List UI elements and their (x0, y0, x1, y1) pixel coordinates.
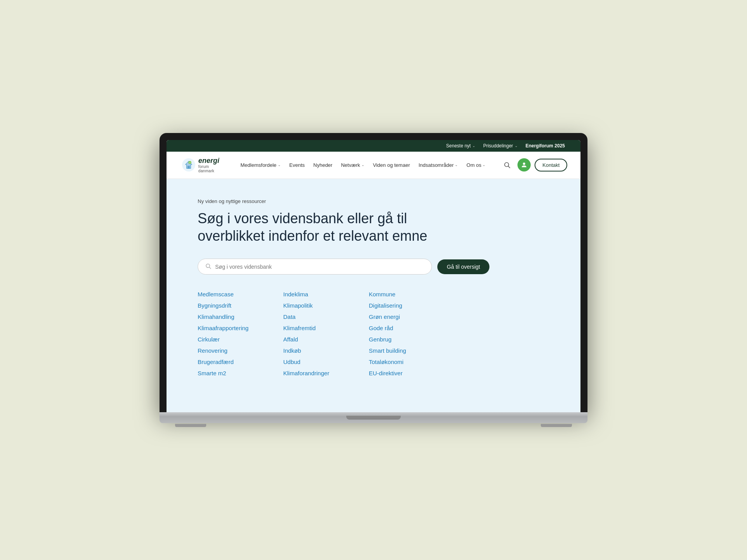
tag-gode-raad[interactable]: Gode råd (369, 322, 454, 334)
chevron-icon: ⌄ (472, 144, 475, 148)
laptop-foot-left (175, 424, 206, 427)
navbar: + energi forum danmark Medlemsfordele ⌄ … (167, 152, 580, 179)
nav-viden[interactable]: Viden og temaer (370, 160, 413, 170)
tag-udbud[interactable]: Udbud (283, 356, 369, 368)
tag-col-1: Medlemscase Bygningsdrift Klimahandling … (198, 289, 283, 379)
nav-omos[interactable]: Om os ⌄ (463, 160, 489, 170)
main-heading: Søg i vores vidensbank eller gå til over… (198, 210, 431, 245)
nav-actions: Kontakt (500, 158, 567, 172)
svg-point-6 (523, 163, 525, 165)
subtitle: Ny viden og nyttige ressourcer (198, 198, 549, 204)
tag-gron-energi[interactable]: Grøn energi (369, 311, 454, 322)
search-input[interactable] (215, 264, 424, 270)
logo-sub-text: forum danmark (198, 164, 222, 173)
svg-text:+: + (189, 161, 191, 164)
tag-klimaforandringer[interactable]: Klimaforandringer (283, 368, 369, 379)
tag-grid: Medlemscase Bygningsdrift Klimahandling … (198, 289, 549, 379)
nav-medlemsfordele[interactable]: Medlemsfordele ⌄ (237, 160, 284, 170)
goto-oversigt-button[interactable]: Gå til oversigt (437, 259, 489, 274)
tag-indkob[interactable]: Indkøb (283, 345, 369, 356)
topbar-prisuddelinger[interactable]: Prisuddelinger ⌄ (483, 143, 518, 149)
tag-klimafremtid[interactable]: Klimafremtid (283, 322, 369, 334)
tag-affald[interactable]: Affald (283, 334, 369, 345)
svg-rect-1 (188, 166, 190, 169)
svg-line-5 (509, 166, 510, 168)
tag-col-2: Indeklima Klimapolitik Data Klimafremtid… (283, 289, 369, 379)
search-icon (503, 161, 510, 168)
tag-bygningsdrift[interactable]: Bygningsdrift (198, 300, 283, 311)
search-box (198, 259, 432, 275)
topbar-seneste-nyt[interactable]: Seneste nyt ⌄ (446, 143, 475, 149)
nav-nyheder[interactable]: Nyheder (310, 160, 335, 170)
user-avatar[interactable] (517, 158, 531, 172)
main-content: Ny viden og nyttige ressourcer Søg i vor… (167, 179, 580, 412)
tag-renovering[interactable]: Renovering (198, 345, 283, 356)
tag-medlemscase[interactable]: Medlemscase (198, 289, 283, 300)
chevron-icon: ⌄ (455, 163, 458, 167)
tag-digitalisering[interactable]: Digitalisering (369, 300, 454, 311)
tag-kommune[interactable]: Kommune (369, 289, 454, 300)
tag-genbrug[interactable]: Genbrug (369, 334, 454, 345)
topbar-energiforum[interactable]: Energiforum 2025 (526, 143, 565, 149)
chevron-icon: ⌄ (361, 163, 365, 167)
tag-klimahandling[interactable]: Klimahandling (198, 311, 283, 322)
nav-netvaerk[interactable]: Netværk ⌄ (338, 160, 367, 170)
chevron-icon: ⌄ (482, 163, 486, 167)
laptop-base (160, 412, 587, 423)
nav-links: Medlemsfordele ⌄ Events Nyheder Netværk … (237, 160, 489, 170)
svg-line-8 (209, 267, 211, 269)
logo-main-text: energi (198, 157, 222, 165)
logo-icon: + (182, 157, 195, 173)
top-bar: Seneste nyt ⌄ Prisuddelinger ⌄ Energifor… (167, 140, 580, 152)
nav-events[interactable]: Events (286, 160, 308, 170)
tag-smart-building[interactable]: Smart building (369, 345, 454, 356)
tag-cirkulaer[interactable]: Cirkulær (198, 334, 283, 345)
search-row: Gå til oversigt (198, 259, 489, 275)
tag-eu-direktiver[interactable]: EU-direktiver (369, 368, 454, 379)
tag-klimapolitik[interactable]: Klimapolitik (283, 300, 369, 311)
chevron-icon: ⌄ (515, 144, 518, 148)
tag-col-3: Kommune Digitalisering Grøn energi Gode … (369, 289, 454, 379)
tag-indeklima[interactable]: Indeklima (283, 289, 369, 300)
nav-indsats[interactable]: Indsatsområder ⌄ (416, 160, 461, 170)
laptop-foot-right (541, 424, 572, 427)
search-button[interactable] (500, 158, 514, 172)
logo[interactable]: + energi forum danmark (182, 157, 222, 173)
laptop-feet (160, 424, 587, 427)
user-icon (521, 161, 528, 168)
tag-klimaafrapportering[interactable]: Klimaafrapportering (198, 322, 283, 334)
kontakt-button[interactable]: Kontakt (535, 159, 567, 172)
laptop-notch (346, 416, 401, 420)
chevron-icon: ⌄ (278, 163, 281, 167)
tag-smarte-m2[interactable]: Smarte m2 (198, 368, 283, 379)
search-icon (205, 263, 211, 270)
tag-brugeradfaerd[interactable]: Brugeradfærd (198, 356, 283, 368)
tag-data[interactable]: Data (283, 311, 369, 322)
tag-totalokonomi[interactable]: Totaløkonomi (369, 356, 454, 368)
